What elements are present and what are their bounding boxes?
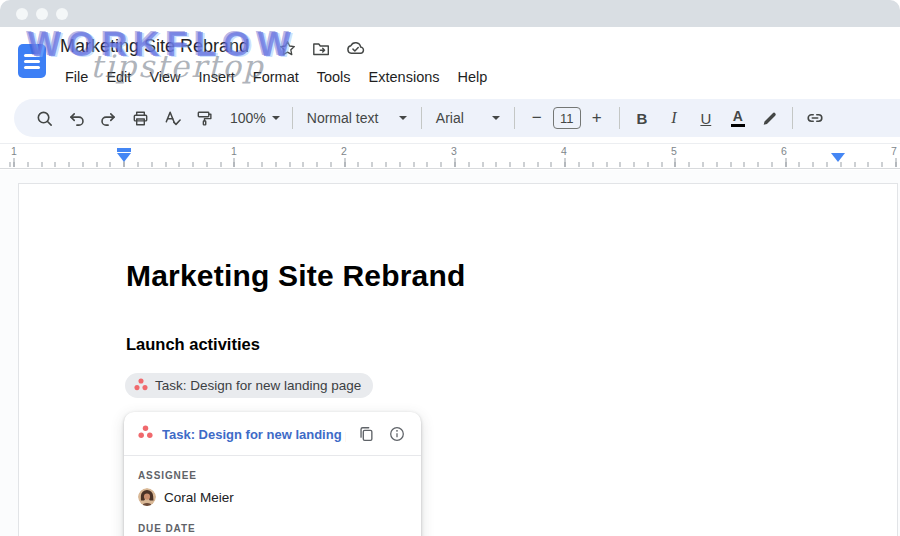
menu-extensions[interactable]: Extensions <box>360 66 449 88</box>
zoom-select[interactable]: 100% <box>226 104 284 132</box>
assignee-avatar <box>138 488 156 506</box>
doc-heading-text: Launch activities <box>126 335 260 354</box>
chevron-down-icon <box>492 116 500 120</box>
decrease-font-size-button[interactable]: − <box>523 104 551 132</box>
paragraph-style-value: Normal text <box>307 110 379 126</box>
google-docs-icon[interactable] <box>18 44 46 78</box>
docs-header: Marketing Site Rebrand Fil <box>0 27 900 97</box>
ruler-number: 4 <box>559 145 569 157</box>
asana-task-smart-chip[interactable]: Task: Design for new landing page <box>125 373 373 398</box>
underline-button[interactable]: U <box>692 104 720 132</box>
hovercard-task-link[interactable]: Task: Design for new landing p... <box>162 427 346 442</box>
menu-bar: File Edit View Insert Format Tools Exten… <box>56 66 496 88</box>
menu-view[interactable]: View <box>140 66 189 88</box>
menu-insert[interactable]: Insert <box>190 66 244 88</box>
document-canvas: Marketing Site Rebrand Launch activities… <box>0 170 900 536</box>
plus-icon: + <box>592 108 602 128</box>
hovercard-header: Task: Design for new landing p... <box>124 412 421 455</box>
toolbar: 100% Normal text Arial − 11 + B I U A <box>14 99 900 137</box>
toolbar-divider <box>792 107 793 129</box>
ruler-number: 3 <box>449 145 459 157</box>
menu-tools[interactable]: Tools <box>308 66 360 88</box>
spellcheck-icon <box>163 109 182 128</box>
star-icon[interactable] <box>278 39 297 58</box>
chevron-down-icon <box>399 116 407 120</box>
paint-format-button[interactable] <box>190 104 218 132</box>
ruler-number: 7 <box>889 145 899 157</box>
link-icon <box>805 108 825 128</box>
asana-task-hovercard: Task: Design for new landing p... ASS <box>124 412 421 536</box>
move-to-folder-icon[interactable] <box>311 39 331 59</box>
bold-button[interactable]: B <box>628 104 656 132</box>
italic-icon: I <box>671 109 676 127</box>
window-titlebar <box>0 0 900 27</box>
ruler-inch-ticks <box>0 158 900 167</box>
zoom-value: 100% <box>230 110 266 126</box>
search-icon <box>35 109 54 128</box>
toolbar-divider <box>292 107 293 129</box>
ruler-number: 1 <box>229 145 239 157</box>
document-page: Marketing Site Rebrand Launch activities… <box>18 183 898 536</box>
menu-edit[interactable]: Edit <box>97 66 140 88</box>
info-icon[interactable] <box>386 423 408 445</box>
ruler-number: 1 <box>9 145 19 157</box>
italic-button[interactable]: I <box>660 104 688 132</box>
chip-label: Task: Design for new landing page <box>155 378 361 393</box>
asana-icon <box>134 378 148 394</box>
window-zoom-button[interactable] <box>56 8 68 20</box>
paragraph-style-select[interactable]: Normal text <box>301 104 413 132</box>
print-button[interactable] <box>126 104 154 132</box>
highlight-color-button[interactable] <box>756 104 784 132</box>
chevron-down-icon <box>272 116 280 120</box>
insert-link-button[interactable] <box>801 104 829 132</box>
menu-file[interactable]: File <box>56 66 97 88</box>
cloud-saved-icon[interactable] <box>345 38 366 59</box>
due-date-label: DUE DATE <box>138 523 407 534</box>
menu-help[interactable]: Help <box>449 66 497 88</box>
toolbar-divider <box>514 107 515 129</box>
menu-format[interactable]: Format <box>244 66 308 88</box>
print-icon <box>131 109 150 128</box>
ruler-number: 2 <box>339 145 349 157</box>
ruler-number: 5 <box>669 145 679 157</box>
copy-icon[interactable] <box>355 423 377 445</box>
redo-icon <box>99 109 118 128</box>
highlighter-icon <box>761 109 779 127</box>
undo-icon <box>67 109 86 128</box>
search-menus-button[interactable] <box>30 104 58 132</box>
window-close-button[interactable] <box>16 8 28 20</box>
asana-icon <box>138 425 153 443</box>
redo-button[interactable] <box>94 104 122 132</box>
assignee-label: ASSIGNEE <box>138 470 407 481</box>
assignee-name: Coral Meier <box>164 490 234 505</box>
bold-icon: B <box>636 110 647 127</box>
left-indent-marker[interactable] <box>117 148 131 162</box>
right-indent-marker[interactable] <box>831 153 845 162</box>
text-color-icon: A <box>731 109 745 127</box>
font-select[interactable]: Arial <box>430 104 506 132</box>
toolbar-divider <box>421 107 422 129</box>
minus-icon: − <box>532 108 542 128</box>
hovercard-body: ASSIGNEE Coral Meier DUE DATE <box>124 456 421 536</box>
underline-icon: U <box>700 110 711 127</box>
increase-font-size-button[interactable]: + <box>583 104 611 132</box>
toolbar-divider <box>619 107 620 129</box>
horizontal-ruler: 1 1 2 3 4 5 6 7 <box>0 143 900 169</box>
paint-roller-icon <box>195 109 214 128</box>
font-value: Arial <box>436 110 464 126</box>
window-minimize-button[interactable] <box>36 8 48 20</box>
font-size-input[interactable]: 11 <box>553 107 581 129</box>
doc-title-text: Marketing Site Rebrand <box>126 259 465 293</box>
app-window: Marketing Site Rebrand Fil <box>0 0 900 536</box>
spelling-check-button[interactable] <box>158 104 186 132</box>
ruler-number: 6 <box>779 145 789 157</box>
document-title-field[interactable]: Marketing Site Rebrand <box>60 36 249 57</box>
text-color-button[interactable]: A <box>724 104 752 132</box>
undo-button[interactable] <box>62 104 90 132</box>
